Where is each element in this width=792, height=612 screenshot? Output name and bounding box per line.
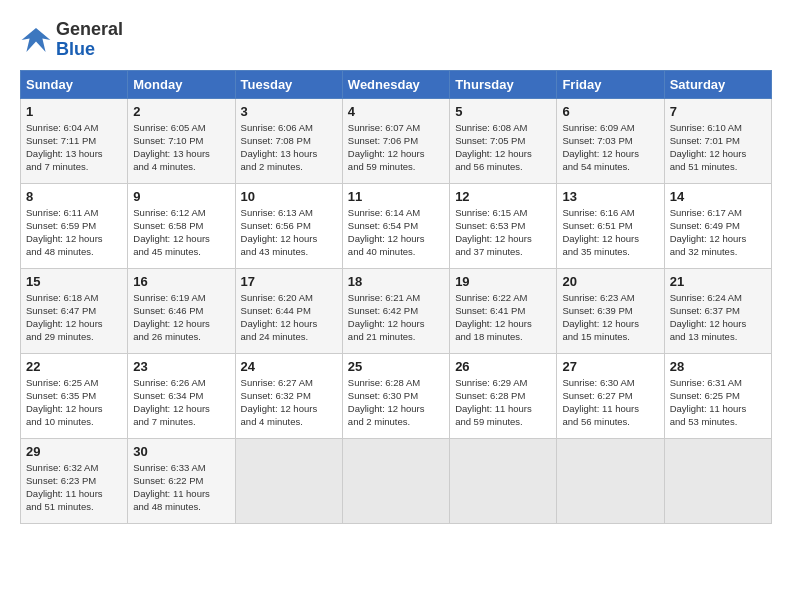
day-detail: Sunrise: 6:17 AM Sunset: 6:49 PM Dayligh… — [670, 206, 766, 259]
day-number: 21 — [670, 274, 766, 289]
day-detail: Sunrise: 6:19 AM Sunset: 6:46 PM Dayligh… — [133, 291, 229, 344]
day-detail: Sunrise: 6:16 AM Sunset: 6:51 PM Dayligh… — [562, 206, 658, 259]
day-detail: Sunrise: 6:28 AM Sunset: 6:30 PM Dayligh… — [348, 376, 444, 429]
day-number: 29 — [26, 444, 122, 459]
day-header-saturday: Saturday — [664, 70, 771, 98]
calendar-header-row: SundayMondayTuesdayWednesdayThursdayFrid… — [21, 70, 772, 98]
day-detail: Sunrise: 6:21 AM Sunset: 6:42 PM Dayligh… — [348, 291, 444, 344]
day-detail: Sunrise: 6:12 AM Sunset: 6:58 PM Dayligh… — [133, 206, 229, 259]
calendar-cell: 10Sunrise: 6:13 AM Sunset: 6:56 PM Dayli… — [235, 183, 342, 268]
day-number: 24 — [241, 359, 337, 374]
day-header-tuesday: Tuesday — [235, 70, 342, 98]
day-detail: Sunrise: 6:30 AM Sunset: 6:27 PM Dayligh… — [562, 376, 658, 429]
day-detail: Sunrise: 6:09 AM Sunset: 7:03 PM Dayligh… — [562, 121, 658, 174]
calendar-cell: 18Sunrise: 6:21 AM Sunset: 6:42 PM Dayli… — [342, 268, 449, 353]
day-number: 3 — [241, 104, 337, 119]
calendar-cell: 17Sunrise: 6:20 AM Sunset: 6:44 PM Dayli… — [235, 268, 342, 353]
day-detail: Sunrise: 6:23 AM Sunset: 6:39 PM Dayligh… — [562, 291, 658, 344]
calendar-cell: 12Sunrise: 6:15 AM Sunset: 6:53 PM Dayli… — [450, 183, 557, 268]
calendar-cell: 5Sunrise: 6:08 AM Sunset: 7:05 PM Daylig… — [450, 98, 557, 183]
day-detail: Sunrise: 6:11 AM Sunset: 6:59 PM Dayligh… — [26, 206, 122, 259]
day-detail: Sunrise: 6:10 AM Sunset: 7:01 PM Dayligh… — [670, 121, 766, 174]
day-detail: Sunrise: 6:14 AM Sunset: 6:54 PM Dayligh… — [348, 206, 444, 259]
calendar-cell: 16Sunrise: 6:19 AM Sunset: 6:46 PM Dayli… — [128, 268, 235, 353]
day-header-thursday: Thursday — [450, 70, 557, 98]
calendar-cell: 26Sunrise: 6:29 AM Sunset: 6:28 PM Dayli… — [450, 353, 557, 438]
calendar-body: 1Sunrise: 6:04 AM Sunset: 7:11 PM Daylig… — [21, 98, 772, 523]
calendar-cell: 25Sunrise: 6:28 AM Sunset: 6:30 PM Dayli… — [342, 353, 449, 438]
calendar-cell: 2Sunrise: 6:05 AM Sunset: 7:10 PM Daylig… — [128, 98, 235, 183]
day-number: 15 — [26, 274, 122, 289]
calendar-cell: 27Sunrise: 6:30 AM Sunset: 6:27 PM Dayli… — [557, 353, 664, 438]
day-detail: Sunrise: 6:24 AM Sunset: 6:37 PM Dayligh… — [670, 291, 766, 344]
day-number: 23 — [133, 359, 229, 374]
page-header: General Blue — [20, 20, 772, 60]
logo-icon — [20, 24, 52, 56]
day-number: 6 — [562, 104, 658, 119]
day-detail: Sunrise: 6:33 AM Sunset: 6:22 PM Dayligh… — [133, 461, 229, 514]
day-number: 4 — [348, 104, 444, 119]
calendar-week-row: 1Sunrise: 6:04 AM Sunset: 7:11 PM Daylig… — [21, 98, 772, 183]
logo-text: General Blue — [56, 20, 123, 60]
calendar-cell — [450, 438, 557, 523]
day-header-sunday: Sunday — [21, 70, 128, 98]
day-number: 17 — [241, 274, 337, 289]
calendar-cell: 1Sunrise: 6:04 AM Sunset: 7:11 PM Daylig… — [21, 98, 128, 183]
day-detail: Sunrise: 6:29 AM Sunset: 6:28 PM Dayligh… — [455, 376, 551, 429]
calendar-cell: 23Sunrise: 6:26 AM Sunset: 6:34 PM Dayli… — [128, 353, 235, 438]
day-number: 8 — [26, 189, 122, 204]
day-detail: Sunrise: 6:27 AM Sunset: 6:32 PM Dayligh… — [241, 376, 337, 429]
day-number: 13 — [562, 189, 658, 204]
day-number: 25 — [348, 359, 444, 374]
calendar-table: SundayMondayTuesdayWednesdayThursdayFrid… — [20, 70, 772, 524]
day-header-monday: Monday — [128, 70, 235, 98]
calendar-cell: 19Sunrise: 6:22 AM Sunset: 6:41 PM Dayli… — [450, 268, 557, 353]
day-header-friday: Friday — [557, 70, 664, 98]
calendar-cell: 15Sunrise: 6:18 AM Sunset: 6:47 PM Dayli… — [21, 268, 128, 353]
calendar-cell: 28Sunrise: 6:31 AM Sunset: 6:25 PM Dayli… — [664, 353, 771, 438]
day-number: 2 — [133, 104, 229, 119]
logo: General Blue — [20, 20, 123, 60]
calendar-cell — [235, 438, 342, 523]
svg-marker-0 — [22, 28, 51, 52]
calendar-cell: 21Sunrise: 6:24 AM Sunset: 6:37 PM Dayli… — [664, 268, 771, 353]
calendar-week-row: 15Sunrise: 6:18 AM Sunset: 6:47 PM Dayli… — [21, 268, 772, 353]
day-number: 11 — [348, 189, 444, 204]
calendar-cell: 20Sunrise: 6:23 AM Sunset: 6:39 PM Dayli… — [557, 268, 664, 353]
day-detail: Sunrise: 6:25 AM Sunset: 6:35 PM Dayligh… — [26, 376, 122, 429]
day-number: 14 — [670, 189, 766, 204]
day-number: 22 — [26, 359, 122, 374]
day-number: 9 — [133, 189, 229, 204]
day-detail: Sunrise: 6:31 AM Sunset: 6:25 PM Dayligh… — [670, 376, 766, 429]
day-number: 26 — [455, 359, 551, 374]
day-number: 1 — [26, 104, 122, 119]
calendar-cell: 11Sunrise: 6:14 AM Sunset: 6:54 PM Dayli… — [342, 183, 449, 268]
day-number: 18 — [348, 274, 444, 289]
day-number: 12 — [455, 189, 551, 204]
day-detail: Sunrise: 6:20 AM Sunset: 6:44 PM Dayligh… — [241, 291, 337, 344]
day-detail: Sunrise: 6:26 AM Sunset: 6:34 PM Dayligh… — [133, 376, 229, 429]
calendar-week-row: 29Sunrise: 6:32 AM Sunset: 6:23 PM Dayli… — [21, 438, 772, 523]
day-number: 20 — [562, 274, 658, 289]
day-detail: Sunrise: 6:32 AM Sunset: 6:23 PM Dayligh… — [26, 461, 122, 514]
day-number: 28 — [670, 359, 766, 374]
calendar-week-row: 22Sunrise: 6:25 AM Sunset: 6:35 PM Dayli… — [21, 353, 772, 438]
calendar-cell: 9Sunrise: 6:12 AM Sunset: 6:58 PM Daylig… — [128, 183, 235, 268]
day-number: 27 — [562, 359, 658, 374]
day-header-wednesday: Wednesday — [342, 70, 449, 98]
calendar-cell — [664, 438, 771, 523]
day-detail: Sunrise: 6:15 AM Sunset: 6:53 PM Dayligh… — [455, 206, 551, 259]
day-detail: Sunrise: 6:08 AM Sunset: 7:05 PM Dayligh… — [455, 121, 551, 174]
day-detail: Sunrise: 6:18 AM Sunset: 6:47 PM Dayligh… — [26, 291, 122, 344]
day-number: 30 — [133, 444, 229, 459]
day-number: 7 — [670, 104, 766, 119]
day-detail: Sunrise: 6:13 AM Sunset: 6:56 PM Dayligh… — [241, 206, 337, 259]
day-detail: Sunrise: 6:04 AM Sunset: 7:11 PM Dayligh… — [26, 121, 122, 174]
day-number: 19 — [455, 274, 551, 289]
day-detail: Sunrise: 6:05 AM Sunset: 7:10 PM Dayligh… — [133, 121, 229, 174]
day-detail: Sunrise: 6:07 AM Sunset: 7:06 PM Dayligh… — [348, 121, 444, 174]
day-number: 16 — [133, 274, 229, 289]
calendar-cell — [557, 438, 664, 523]
day-number: 5 — [455, 104, 551, 119]
calendar-cell: 7Sunrise: 6:10 AM Sunset: 7:01 PM Daylig… — [664, 98, 771, 183]
